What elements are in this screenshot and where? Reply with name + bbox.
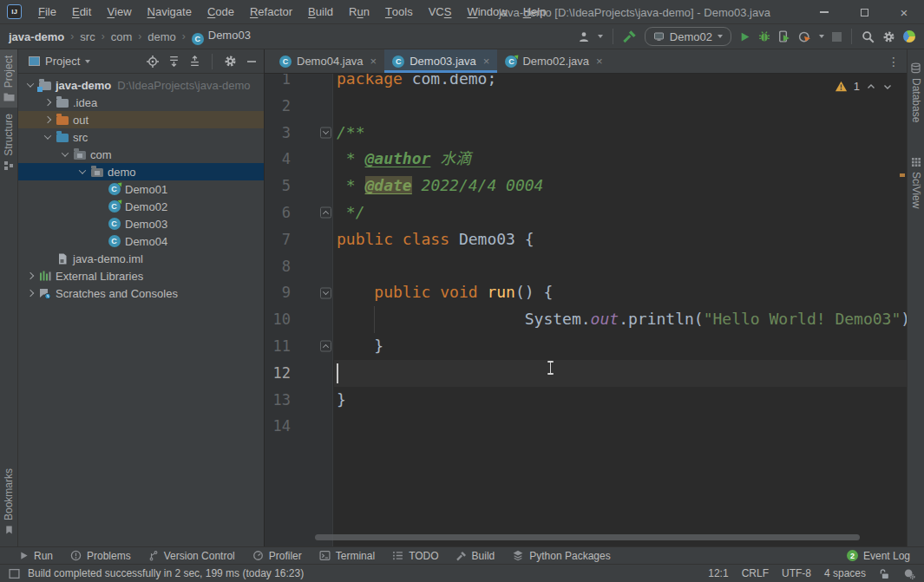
encoding-widget[interactable]: UTF-8	[782, 567, 811, 579]
tool-window-button-todo[interactable]: TODO	[383, 547, 447, 564]
menu-run[interactable]: Run	[341, 0, 377, 24]
tree-expander-icon[interactable]	[41, 117, 55, 122]
breadcrumb-item[interactable]: com	[111, 30, 133, 43]
tool-stripe-project[interactable]: Project	[0, 49, 17, 108]
code-editor[interactable]: 1package com.demo;23/**4 * @author 水滴5 *…	[265, 74, 907, 546]
tree-expander-icon[interactable]	[75, 169, 89, 174]
code-line-4[interactable]: 4 * @author 水滴	[265, 146, 907, 173]
menu-edit[interactable]: Edit	[64, 0, 99, 24]
minimize-button[interactable]	[804, 0, 844, 24]
tree-row-demo[interactable]: demo	[18, 163, 264, 180]
fold-marker-icon[interactable]	[320, 207, 331, 219]
code-line-14[interactable]: 14	[265, 413, 907, 440]
tab-close-icon[interactable]: ×	[482, 55, 490, 68]
tree-row-external-libraries[interactable]: External Libraries	[18, 267, 264, 284]
menu-build[interactable]: Build	[300, 0, 341, 24]
breadcrumb-item[interactable]: java-demo	[9, 30, 64, 43]
caret-position-widget[interactable]: 12:1	[708, 567, 728, 579]
code-line-10[interactable]: 10 System.out.println("Hello World! Demo…	[265, 306, 907, 333]
menu-refactor[interactable]: Refactor	[242, 0, 300, 24]
tree-expander-icon[interactable]	[23, 82, 37, 88]
settings-gear-icon[interactable]	[882, 30, 895, 43]
user-dropdown-icon[interactable]	[598, 35, 603, 38]
hide-panel-icon[interactable]	[246, 56, 257, 67]
collapse-all-icon[interactable]	[189, 56, 200, 67]
breadcrumb-item[interactable]: demo	[147, 30, 176, 43]
tab-demo04-java[interactable]: CDemo04.java×	[272, 49, 384, 73]
tree-row-demo03[interactable]: CDemo03	[18, 215, 264, 232]
indent-widget[interactable]: 4 spaces	[824, 567, 866, 579]
run-configuration-select[interactable]: Demo02	[645, 27, 731, 46]
tool-window-button-terminal[interactable]: Terminal	[311, 547, 383, 564]
tree-row-demo01[interactable]: CDemo01	[18, 180, 264, 198]
tool-stripe-database[interactable]: Database	[908, 56, 924, 128]
menu-navigate[interactable]: Navigate	[140, 0, 200, 24]
tab-close-icon[interactable]: ×	[594, 55, 603, 68]
build-hammer-icon[interactable]	[623, 29, 637, 43]
menu-vcs[interactable]: VCS	[421, 0, 460, 24]
tool-window-layout-icon[interactable]	[9, 568, 20, 579]
menu-tools[interactable]: Tools	[377, 0, 421, 24]
menu-code[interactable]: Code	[200, 0, 242, 24]
tab-demo03-java[interactable]: CDemo03.java×	[384, 49, 497, 73]
tool-window-button-profiler[interactable]: Profiler	[244, 547, 311, 564]
writable-lock-icon[interactable]	[879, 568, 890, 579]
run-with-coverage-button[interactable]	[778, 30, 790, 43]
panel-options-gear-icon[interactable]	[224, 55, 237, 68]
run-button[interactable]	[739, 31, 750, 43]
tree-row-scratches-and-consoles[interactable]: Scratches and Consoles	[18, 284, 264, 302]
tool-stripe-sciview[interactable]: SciView	[908, 151, 924, 214]
tab-demo02-java[interactable]: CDemo02.java×	[497, 49, 610, 73]
tree-row-java-demo[interactable]: java-demoD:\IdeaProjects\java-demo	[18, 76, 264, 94]
tree-row-src[interactable]: src	[18, 128, 264, 146]
next-warning-icon[interactable]	[882, 82, 893, 92]
expand-all-icon[interactable]	[168, 56, 180, 67]
previous-warning-icon[interactable]	[866, 82, 876, 92]
tree-row--idea[interactable]: .idea	[18, 94, 264, 111]
tree-row-demo02[interactable]: CDemo02	[18, 198, 264, 215]
code-line-2[interactable]: 2	[265, 93, 907, 120]
breadcrumb-item[interactable]: src	[80, 30, 95, 43]
code-line-12[interactable]: 12	[265, 360, 907, 387]
tree-expander-icon[interactable]	[23, 291, 37, 296]
tool-stripe-bookmarks[interactable]: Bookmarks	[0, 462, 17, 541]
tree-row-com[interactable]: com	[18, 146, 264, 163]
user-icon[interactable]	[578, 31, 590, 43]
code-line-8[interactable]: 8	[265, 253, 907, 280]
horizontal-scrollbar[interactable]	[315, 534, 860, 540]
tree-row-java-demo-iml[interactable]: java-demo.iml	[18, 250, 264, 267]
plugin-sphere-icon[interactable]	[903, 30, 915, 43]
ide-settings-status-icon[interactable]	[903, 568, 915, 579]
fold-marker-icon[interactable]	[320, 341, 331, 352]
menu-view[interactable]: View	[99, 0, 139, 24]
search-everywhere-icon[interactable]	[862, 30, 875, 43]
tool-window-button-python-packages[interactable]: Python Packages	[503, 547, 619, 564]
menu-file[interactable]: File	[30, 0, 64, 24]
tool-window-button-version-control[interactable]: Version Control	[140, 547, 244, 564]
fold-marker-icon[interactable]	[320, 287, 331, 298]
line-separator-widget[interactable]: CRLF	[742, 567, 769, 579]
code-line-13[interactable]: 13}	[265, 387, 907, 414]
debug-button[interactable]	[758, 30, 770, 43]
tree-expander-icon[interactable]	[41, 134, 55, 140]
tree-expander-icon[interactable]	[23, 273, 37, 278]
code-line-5[interactable]: 5 * @date 2022/4/4 0004	[265, 173, 907, 199]
tab-list-icon[interactable]: ⋮	[881, 49, 907, 73]
tool-window-button-build[interactable]: Build	[448, 547, 504, 564]
code-line-7[interactable]: 7public class Demo03 {	[265, 226, 907, 253]
tab-close-icon[interactable]: ×	[369, 55, 377, 68]
tool-window-button-run[interactable]: Run	[10, 547, 62, 564]
event-log-button[interactable]: 2Event Log	[847, 550, 914, 562]
tree-row-demo04[interactable]: CDemo04	[18, 232, 264, 250]
tool-stripe-structure[interactable]: Structure	[0, 108, 17, 177]
code-line-6[interactable]: 6 */	[265, 199, 907, 226]
tree-expander-icon[interactable]	[41, 100, 55, 105]
error-stripe-warning-mark[interactable]	[900, 173, 905, 177]
profiler-button[interactable]	[798, 30, 811, 43]
code-line-3[interactable]: 3/**	[265, 120, 907, 147]
fold-marker-icon[interactable]	[320, 127, 331, 138]
tree-expander-icon[interactable]	[58, 152, 72, 157]
maximize-button[interactable]	[844, 0, 884, 24]
tree-row-out[interactable]: out	[18, 111, 264, 128]
tool-window-button-problems[interactable]: Problems	[62, 547, 140, 564]
